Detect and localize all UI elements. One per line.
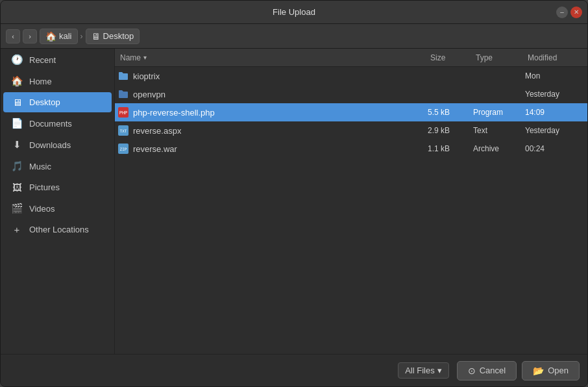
file-list-header: Name ▾ Size Type Modified (115, 49, 587, 67)
desktop-icon: 🖥 (92, 31, 101, 42)
sidebar-item-label-documents: Documents (29, 119, 72, 129)
sidebar-item-desktop[interactable]: 🖥Desktop (3, 92, 112, 112)
breadcrumb-kali-label: kali (59, 31, 72, 41)
file-type-reverse-aspx: Text (468, 126, 520, 135)
videos-icon: 🎬 (11, 203, 23, 214)
column-type[interactable]: Type (471, 49, 522, 66)
file-name-reverse-aspx: reverse.aspx (133, 126, 181, 136)
column-name[interactable]: Name ▾ (115, 49, 425, 66)
svg-text:PHP: PHP (119, 110, 128, 116)
other-locations-icon: + (11, 224, 23, 235)
file-type-reverse-war: Archive (468, 144, 520, 153)
file-area: Name ▾ Size Type Modified kioptrixMonope… (115, 49, 587, 354)
sidebar-item-label-downloads: Downloads (29, 140, 71, 150)
file-size-reverse-war: 1.1 kB (423, 144, 468, 153)
cancel-label: Cancel (480, 366, 506, 375)
file-row-kioptrix[interactable]: kioptrixMon (115, 67, 587, 85)
sidebar-item-label-recent: Recent (29, 55, 56, 65)
pictures-icon: 🖼 (11, 182, 23, 193)
file-name-kioptrix: kioptrix (133, 71, 160, 81)
music-icon: 🎵 (11, 160, 23, 172)
file-size-php-reverse-shell: 5.5 kB (423, 108, 468, 117)
file-row-php-reverse-shell[interactable]: PHPphp-reverse-shell.php5.5 kBProgram14:… (115, 103, 587, 121)
file-modified-reverse-aspx: Yesterday (520, 126, 585, 135)
archive-file-icon: ZIP (117, 143, 129, 155)
svg-text:TXT: TXT (120, 129, 127, 133)
file-modified-reverse-war: 00:24 (520, 144, 585, 153)
sidebar-item-music[interactable]: 🎵Music (3, 156, 112, 177)
sidebar-item-label-other-locations: Other Locations (29, 225, 89, 234)
sidebar-item-videos[interactable]: 🎬Videos (3, 198, 112, 219)
file-name-reverse-war: reverse.war (133, 144, 177, 154)
recent-icon: 🕐 (11, 54, 23, 66)
file-modified-php-reverse-shell: 14:09 (520, 108, 585, 117)
file-name-openvpn: openvpn (133, 90, 165, 99)
dialog-title: File Upload (273, 7, 315, 17)
file-name-php-reverse-shell: php-reverse-shell.php (133, 108, 215, 118)
close-button[interactable]: ✕ (570, 6, 582, 18)
forward-button[interactable]: › (23, 29, 37, 44)
filter-dropdown-icon: ▾ (437, 366, 442, 375)
titlebar: File Upload – ✕ (1, 1, 587, 24)
documents-icon: 📄 (11, 118, 23, 129)
php-file-icon: PHP (117, 106, 129, 118)
aspx-file-icon: TXT (117, 125, 129, 136)
breadcrumb-bar: ‹ › 🏠 kali › 🖥 Desktop (1, 24, 587, 49)
action-buttons: ⊙ Cancel 📂 Open (457, 361, 580, 381)
back-button[interactable]: ‹ (6, 29, 20, 44)
sidebar-item-label-desktop: Desktop (29, 97, 60, 107)
sidebar-item-label-music: Music (29, 162, 51, 171)
main-content: 🕐Recent🏠Home🖥Desktop📄Documents⬇Downloads… (1, 49, 587, 354)
file-modified-kioptrix: Mon (520, 71, 585, 81)
home-icon: 🏠 (11, 75, 23, 87)
file-filter-dropdown[interactable]: All Files ▾ (398, 362, 449, 379)
folder-file-icon (117, 70, 129, 82)
cancel-icon: ⊙ (468, 366, 476, 376)
cancel-button[interactable]: ⊙ Cancel (457, 361, 517, 381)
file-size-reverse-aspx: 2.9 kB (423, 126, 468, 135)
file-row-reverse-war[interactable]: ZIPreverse.war1.1 kBArchive00:24 (115, 140, 587, 158)
desktop-icon: 🖥 (11, 97, 23, 108)
column-size[interactable]: Size (425, 49, 471, 66)
folder-file-icon (117, 88, 129, 100)
file-row-openvpn[interactable]: openvpnYesterday (115, 85, 587, 103)
sort-icon: ▾ (143, 54, 147, 61)
column-modified[interactable]: Modified (522, 49, 587, 66)
sidebar-item-label-home: Home (29, 77, 52, 86)
file-row-reverse-aspx[interactable]: TXTreverse.aspx2.9 kBTextYesterday (115, 121, 587, 140)
sidebar-item-documents[interactable]: 📄Documents (3, 113, 112, 134)
file-list: kioptrixMonopenvpnYesterdayPHPphp-revers… (115, 67, 587, 354)
sidebar-item-home[interactable]: 🏠Home (3, 71, 112, 92)
breadcrumb-separator: › (80, 32, 83, 41)
breadcrumb-desktop-label: Desktop (103, 31, 134, 41)
svg-text:ZIP: ZIP (120, 147, 127, 151)
file-type-php-reverse-shell: Program (468, 108, 520, 117)
open-label: Open (548, 366, 569, 375)
open-button[interactable]: 📂 Open (522, 361, 580, 381)
minimize-button[interactable]: – (556, 6, 568, 18)
sidebar: 🕐Recent🏠Home🖥Desktop📄Documents⬇Downloads… (1, 49, 115, 354)
filter-label: All Files (405, 366, 435, 375)
breadcrumb-kali[interactable]: 🏠 kali (40, 29, 78, 44)
sidebar-item-recent[interactable]: 🕐Recent (3, 49, 112, 70)
sidebar-item-pictures[interactable]: 🖼Pictures (3, 177, 112, 197)
window-controls: – ✕ (556, 6, 582, 18)
sidebar-item-label-videos: Videos (29, 204, 55, 214)
file-modified-openvpn: Yesterday (520, 90, 585, 99)
home-icon: 🏠 (45, 31, 56, 42)
open-icon: 📂 (533, 366, 544, 376)
bottom-bar: All Files ▾ ⊙ Cancel 📂 Open (1, 354, 587, 386)
sidebar-item-other-locations[interactable]: +Other Locations (3, 219, 112, 240)
downloads-icon: ⬇ (11, 139, 23, 151)
sidebar-item-label-pictures: Pictures (29, 182, 60, 192)
file-upload-dialog: File Upload – ✕ ‹ › 🏠 kali › 🖥 Desktop 🕐… (0, 0, 588, 387)
breadcrumb-desktop[interactable]: 🖥 Desktop (86, 29, 140, 44)
sidebar-item-downloads[interactable]: ⬇Downloads (3, 134, 112, 155)
